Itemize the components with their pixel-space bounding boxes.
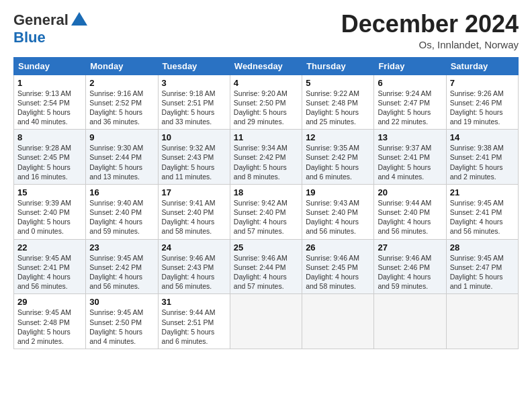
day-number: 25 bbox=[234, 242, 298, 253]
day-number: 2 bbox=[89, 78, 154, 88]
day-number: 3 bbox=[162, 78, 226, 88]
day-info: Sunrise: 9:37 AMSunset: 2:41 PMDaylight:… bbox=[378, 144, 431, 181]
calendar-week-row: 1 Sunrise: 9:13 AMSunset: 2:54 PMDayligh… bbox=[14, 75, 519, 130]
day-info: Sunrise: 9:39 AMSunset: 2:40 PMDaylight:… bbox=[17, 199, 71, 236]
day-info: Sunrise: 9:18 AMSunset: 2:51 PMDaylight:… bbox=[162, 89, 216, 126]
day-number: 5 bbox=[306, 78, 370, 88]
table-row: 28 Sunrise: 9:45 AMSunset: 2:47 PMDaylig… bbox=[446, 239, 518, 294]
table-row: 11 Sunrise: 9:34 AMSunset: 2:42 PMDaylig… bbox=[230, 130, 302, 185]
table-row: 6 Sunrise: 9:24 AMSunset: 2:47 PMDayligh… bbox=[374, 75, 446, 130]
header-saturday: Saturday bbox=[446, 57, 518, 75]
day-info: Sunrise: 9:13 AMSunset: 2:54 PMDaylight:… bbox=[17, 89, 71, 126]
day-number: 20 bbox=[378, 187, 442, 197]
day-info: Sunrise: 9:20 AMSunset: 2:50 PMDaylight:… bbox=[234, 89, 287, 126]
day-number: 24 bbox=[162, 242, 226, 253]
day-number: 21 bbox=[450, 187, 515, 197]
table-row: 3 Sunrise: 9:18 AMSunset: 2:51 PMDayligh… bbox=[158, 75, 230, 130]
table-row: 18 Sunrise: 9:42 AMSunset: 2:40 PMDaylig… bbox=[230, 184, 302, 239]
day-number: 6 bbox=[378, 78, 442, 88]
header-wednesday: Wednesday bbox=[230, 57, 302, 75]
day-info: Sunrise: 9:43 AMSunset: 2:40 PMDaylight:… bbox=[306, 199, 359, 236]
day-info: Sunrise: 9:42 AMSunset: 2:40 PMDaylight:… bbox=[234, 199, 287, 236]
day-info: Sunrise: 9:45 AMSunset: 2:41 PMDaylight:… bbox=[450, 199, 504, 236]
day-info: Sunrise: 9:22 AMSunset: 2:48 PMDaylight:… bbox=[306, 89, 359, 126]
header: General Blue December 2024 Os, Innlandet… bbox=[13, 11, 519, 50]
day-number: 30 bbox=[89, 297, 154, 307]
day-info: Sunrise: 9:16 AMSunset: 2:52 PMDaylight:… bbox=[89, 89, 143, 126]
day-info: Sunrise: 9:40 AMSunset: 2:40 PMDaylight:… bbox=[89, 199, 143, 236]
day-number: 13 bbox=[378, 132, 442, 142]
day-info: Sunrise: 9:46 AMSunset: 2:43 PMDaylight:… bbox=[162, 254, 216, 291]
table-row: 4 Sunrise: 9:20 AMSunset: 2:50 PMDayligh… bbox=[230, 75, 302, 130]
day-info: Sunrise: 9:45 AMSunset: 2:50 PMDaylight:… bbox=[89, 308, 143, 345]
day-number: 11 bbox=[234, 132, 298, 142]
day-info: Sunrise: 9:44 AMSunset: 2:51 PMDaylight:… bbox=[162, 308, 216, 345]
day-number: 12 bbox=[306, 132, 370, 142]
day-info: Sunrise: 9:28 AMSunset: 2:45 PMDaylight:… bbox=[17, 144, 71, 181]
day-number: 22 bbox=[17, 242, 82, 253]
table-row: 27 Sunrise: 9:46 AMSunset: 2:46 PMDaylig… bbox=[374, 239, 446, 294]
header-friday: Friday bbox=[374, 57, 446, 75]
day-info: Sunrise: 9:30 AMSunset: 2:44 PMDaylight:… bbox=[89, 144, 143, 181]
day-number: 26 bbox=[306, 242, 370, 253]
title-block: December 2024 Os, Innlandet, Norway bbox=[341, 11, 519, 50]
day-number: 27 bbox=[378, 242, 442, 253]
day-number: 1 bbox=[17, 78, 82, 88]
day-number: 10 bbox=[162, 132, 226, 142]
day-number: 31 bbox=[162, 297, 226, 307]
table-row: 22 Sunrise: 9:45 AMSunset: 2:41 PMDaylig… bbox=[14, 239, 86, 294]
day-number: 29 bbox=[17, 297, 82, 307]
table-row bbox=[446, 294, 518, 349]
calendar-week-row: 8 Sunrise: 9:28 AMSunset: 2:45 PMDayligh… bbox=[14, 130, 519, 185]
logo-icon bbox=[70, 11, 89, 30]
day-info: Sunrise: 9:45 AMSunset: 2:47 PMDaylight:… bbox=[450, 254, 504, 291]
calendar-table: Sunday Monday Tuesday Wednesday Thursday… bbox=[13, 57, 519, 349]
logo-blue: Blue bbox=[13, 29, 46, 46]
day-info: Sunrise: 9:46 AMSunset: 2:45 PMDaylight:… bbox=[306, 254, 359, 291]
day-info: Sunrise: 9:46 AMSunset: 2:44 PMDaylight:… bbox=[234, 254, 287, 291]
table-row: 31 Sunrise: 9:44 AMSunset: 2:51 PMDaylig… bbox=[158, 294, 230, 349]
header-thursday: Thursday bbox=[302, 57, 374, 75]
day-info: Sunrise: 9:38 AMSunset: 2:41 PMDaylight:… bbox=[450, 144, 504, 181]
day-number: 16 bbox=[89, 187, 154, 197]
day-number: 8 bbox=[17, 132, 82, 142]
header-tuesday: Tuesday bbox=[158, 57, 230, 75]
location: Os, Innlandet, Norway bbox=[341, 39, 519, 50]
day-info: Sunrise: 9:46 AMSunset: 2:46 PMDaylight:… bbox=[378, 254, 431, 291]
table-row bbox=[302, 294, 374, 349]
table-row: 23 Sunrise: 9:45 AMSunset: 2:42 PMDaylig… bbox=[86, 239, 158, 294]
table-row: 1 Sunrise: 9:13 AMSunset: 2:54 PMDayligh… bbox=[14, 75, 86, 130]
page: General Blue December 2024 Os, Innlandet… bbox=[0, 0, 532, 411]
day-info: Sunrise: 9:45 AMSunset: 2:41 PMDaylight:… bbox=[17, 254, 71, 291]
day-number: 19 bbox=[306, 187, 370, 197]
table-row: 29 Sunrise: 9:45 AMSunset: 2:48 PMDaylig… bbox=[14, 294, 86, 349]
day-number: 7 bbox=[450, 78, 515, 88]
day-info: Sunrise: 9:34 AMSunset: 2:42 PMDaylight:… bbox=[234, 144, 287, 181]
table-row: 16 Sunrise: 9:40 AMSunset: 2:40 PMDaylig… bbox=[86, 184, 158, 239]
day-info: Sunrise: 9:35 AMSunset: 2:42 PMDaylight:… bbox=[306, 144, 359, 181]
table-row: 9 Sunrise: 9:30 AMSunset: 2:44 PMDayligh… bbox=[86, 130, 158, 185]
day-info: Sunrise: 9:24 AMSunset: 2:47 PMDaylight:… bbox=[378, 89, 431, 126]
day-info: Sunrise: 9:41 AMSunset: 2:40 PMDaylight:… bbox=[162, 199, 216, 236]
table-row: 8 Sunrise: 9:28 AMSunset: 2:45 PMDayligh… bbox=[14, 130, 86, 185]
logo-general: General bbox=[13, 12, 69, 28]
table-row: 24 Sunrise: 9:46 AMSunset: 2:43 PMDaylig… bbox=[158, 239, 230, 294]
day-number: 9 bbox=[89, 132, 154, 142]
svg-marker-0 bbox=[71, 12, 87, 26]
month-title: December 2024 bbox=[341, 11, 519, 38]
table-row: 17 Sunrise: 9:41 AMSunset: 2:40 PMDaylig… bbox=[158, 184, 230, 239]
table-row: 13 Sunrise: 9:37 AMSunset: 2:41 PMDaylig… bbox=[374, 130, 446, 185]
table-row: 30 Sunrise: 9:45 AMSunset: 2:50 PMDaylig… bbox=[86, 294, 158, 349]
calendar-week-row: 29 Sunrise: 9:45 AMSunset: 2:48 PMDaylig… bbox=[14, 294, 519, 349]
day-number: 28 bbox=[450, 242, 515, 253]
table-row: 5 Sunrise: 9:22 AMSunset: 2:48 PMDayligh… bbox=[302, 75, 374, 130]
day-info: Sunrise: 9:26 AMSunset: 2:46 PMDaylight:… bbox=[450, 89, 504, 126]
day-number: 4 bbox=[234, 78, 298, 88]
day-info: Sunrise: 9:45 AMSunset: 2:42 PMDaylight:… bbox=[89, 254, 143, 291]
table-row: 26 Sunrise: 9:46 AMSunset: 2:45 PMDaylig… bbox=[302, 239, 374, 294]
header-monday: Monday bbox=[86, 57, 158, 75]
day-number: 18 bbox=[234, 187, 298, 197]
day-info: Sunrise: 9:44 AMSunset: 2:40 PMDaylight:… bbox=[378, 199, 431, 236]
day-info: Sunrise: 9:32 AMSunset: 2:43 PMDaylight:… bbox=[162, 144, 216, 181]
table-row bbox=[374, 294, 446, 349]
